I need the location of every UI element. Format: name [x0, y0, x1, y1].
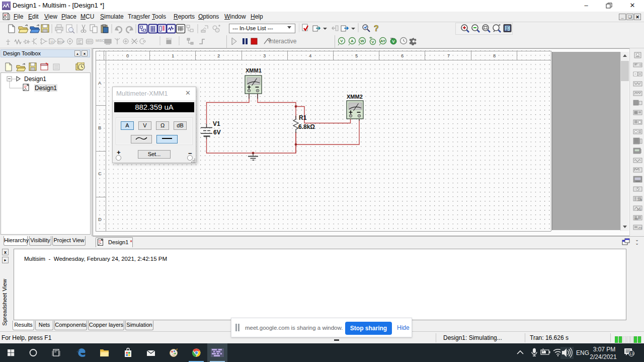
svg-text:6.8kΩ: 6.8kΩ: [298, 123, 315, 130]
svg-text:XMM1: XMM1: [246, 67, 262, 74]
svg-text:XMM2: XMM2: [347, 94, 363, 100]
svg-text:R1: R1: [299, 114, 307, 121]
svg-text:6V: 6V: [213, 129, 221, 136]
svg-text:V1: V1: [213, 120, 220, 127]
svg-text:2/24/2021: 2/24/2021: [590, 353, 617, 360]
svg-text:ENG: ENG: [576, 349, 589, 356]
svg-text:3:07 PM: 3:07 PM: [593, 346, 616, 353]
svg-text:13: 13: [629, 351, 634, 356]
